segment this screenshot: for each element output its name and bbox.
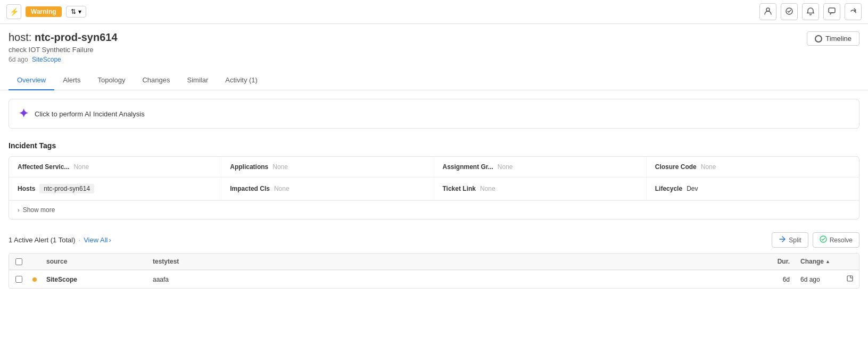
title-hostname: ntc-prod-syn614: [35, 31, 118, 43]
change-column-label: Change: [800, 258, 824, 265]
tag-value-impacted-cis: None: [274, 185, 290, 192]
timeline-button[interactable]: Timeline: [807, 31, 859, 46]
header-source: source: [41, 254, 147, 269]
incident-title: host: ntc-prod-syn614: [9, 31, 859, 44]
header-change[interactable]: Change ▲: [795, 254, 859, 269]
tag-label-hosts: Hosts: [18, 185, 35, 192]
show-more-chevron-icon: ›: [18, 207, 20, 213]
tag-value-affected-service: None: [73, 163, 89, 171]
tag-label-assignment-group: Assignment Gr...: [443, 163, 493, 171]
tab-alerts[interactable]: Alerts: [54, 71, 89, 90]
split-label: Split: [789, 237, 801, 244]
top-bar: ⚡ Warning ⇅ ▾: [0, 0, 868, 24]
incident-meta: 6d ago SiteScope: [9, 56, 859, 63]
tag-closure-code: Closure Code None: [647, 157, 859, 177]
view-all-chevron-icon: ›: [109, 236, 111, 244]
timeline-circle-icon: [815, 35, 822, 43]
row-change-value: 6d ago: [800, 276, 820, 283]
main-content: ✦ Click to perform AI Incident Analysis …: [0, 90, 868, 297]
tag-value-assignment-group: None: [498, 163, 513, 171]
tab-overview[interactable]: Overview: [9, 71, 54, 90]
alerts-header-left: 1 Active Alert (1 Total) · View All ›: [9, 236, 111, 244]
svg-rect-2: [829, 8, 835, 13]
row-export-icon[interactable]: [846, 275, 854, 284]
tag-value-lifecycle: Dev: [687, 185, 698, 192]
tag-affected-service: Affected Servic... None: [9, 157, 221, 177]
tag-assignment-group: Assignment Gr... None: [434, 157, 647, 177]
tab-activity[interactable]: Activity (1): [217, 71, 266, 90]
sort-chevron-icon: ▾: [78, 8, 81, 15]
tag-label-lifecycle: Lifecycle: [655, 185, 682, 192]
split-button[interactable]: Split: [772, 232, 808, 248]
tag-lifecycle: Lifecycle Dev: [647, 178, 859, 200]
alerts-table: source testytest Dur. Change ▲ SiteScope…: [9, 253, 859, 289]
row-testytest: aaafa: [147, 272, 742, 288]
user-icon: [764, 7, 772, 17]
row-checkbox-cell[interactable]: [9, 272, 28, 287]
top-bar-right: [759, 3, 862, 20]
alerts-summary: 1 Active Alert (1 Total): [9, 236, 76, 244]
sort-asc-icon: ▲: [825, 259, 830, 264]
svg-rect-4: [847, 276, 853, 281]
row-status-dot-cell: [28, 277, 41, 282]
tag-value-hosts: ntc-prod-syn614: [39, 184, 94, 193]
row-change: 6d ago: [795, 271, 859, 288]
row-duration: 6d: [742, 272, 795, 288]
share-button[interactable]: [845, 3, 862, 20]
warning-badge[interactable]: Warning: [26, 6, 62, 17]
user-button[interactable]: [759, 3, 776, 20]
incident-tags-container: Affected Servic... None Applications Non…: [9, 156, 859, 220]
select-all-checkbox[interactable]: [15, 258, 22, 265]
share-icon: [849, 7, 857, 17]
tag-ticket-link: Ticket Link None: [434, 178, 647, 200]
tags-row-1: Affected Servic... None Applications Non…: [9, 157, 859, 178]
lightning-button[interactable]: ⚡: [6, 4, 21, 19]
resolve-label: Resolve: [830, 237, 853, 244]
tag-label-applications: Applications: [230, 163, 268, 171]
bell-button[interactable]: [802, 3, 819, 20]
comment-button[interactable]: [823, 3, 840, 20]
row-source: SiteScope: [41, 272, 147, 288]
alerts-table-header: source testytest Dur. Change ▲: [9, 254, 859, 270]
lightning-icon: ⚡: [10, 7, 19, 16]
ai-sparkle-icon: ✦: [19, 107, 28, 121]
checkmark-icon: [785, 7, 793, 17]
tab-similar[interactable]: Similar: [179, 71, 217, 90]
incident-source-link[interactable]: SiteScope: [32, 56, 61, 63]
tab-topology[interactable]: Topology: [89, 71, 134, 90]
header-testytest: testytest: [147, 254, 742, 269]
tag-value-applications: None: [272, 163, 288, 171]
header-status-cell: [28, 257, 41, 266]
tag-hosts: Hosts ntc-prod-syn614: [9, 178, 221, 200]
view-all-text: View All: [84, 236, 108, 244]
row-checkbox[interactable]: [15, 276, 22, 283]
tabs-container: Overview Alerts Topology Changes Similar…: [0, 71, 868, 90]
tag-label-closure-code: Closure Code: [655, 163, 697, 171]
tag-label-ticket-link: Ticket Link: [443, 185, 476, 192]
title-prefix: host:: [9, 31, 31, 43]
tab-changes[interactable]: Changes: [134, 71, 178, 90]
svg-point-0: [766, 8, 770, 11]
sort-button[interactable]: ⇅ ▾: [66, 6, 86, 18]
tag-impacted-cis: Impacted CIs None: [221, 178, 434, 200]
comment-icon: [828, 7, 836, 17]
show-more-label: Show more: [23, 206, 55, 214]
show-more-button[interactable]: › Show more: [9, 200, 859, 219]
header-checkbox-cell[interactable]: [9, 254, 28, 269]
ai-analysis-banner[interactable]: ✦ Click to perform AI Incident Analysis: [9, 99, 859, 129]
check-button[interactable]: [781, 3, 798, 20]
tag-label-impacted-cis: Impacted CIs: [230, 185, 270, 192]
view-all-link[interactable]: View All ›: [84, 236, 111, 244]
alerts-dot-separator: ·: [79, 236, 81, 244]
header-duration: Dur.: [742, 254, 795, 269]
svg-point-3: [820, 236, 826, 242]
resolve-button[interactable]: Resolve: [813, 232, 859, 248]
tag-value-closure-code: None: [701, 163, 716, 171]
tag-value-ticket-link: None: [480, 185, 495, 192]
alerts-header: 1 Active Alert (1 Total) · View All › Sp…: [9, 232, 859, 248]
tag-label-affected-service: Affected Servic...: [18, 163, 69, 171]
tags-row-2: Hosts ntc-prod-syn614 Impacted CIs None …: [9, 178, 859, 200]
sort-icon: ⇅: [71, 8, 76, 15]
split-icon: [779, 235, 786, 244]
top-bar-left: ⚡ Warning ⇅ ▾: [6, 4, 759, 19]
